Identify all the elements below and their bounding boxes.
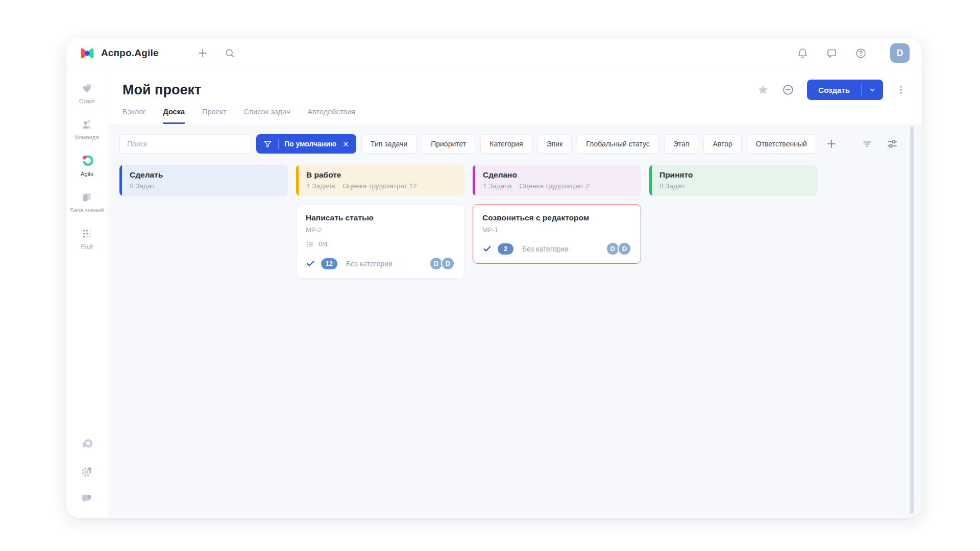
column-task-count: 1 Задача — [306, 182, 335, 190]
column-estimate: Оценка трудозатрат 12 — [343, 182, 417, 190]
column-task-count: 0 Задач — [130, 182, 155, 190]
column-title: Сделать — [130, 170, 280, 180]
star-icon — [757, 84, 769, 96]
close-icon[interactable] — [342, 140, 350, 148]
kanban-board: Сделать 0 Задач В работе 1 Задача Оценка… — [119, 165, 910, 279]
sort-button[interactable] — [862, 138, 873, 149]
column-in-progress: В работе 1 Задача Оценка трудозатрат 12 … — [296, 165, 464, 279]
check-icon — [482, 244, 492, 254]
sidebar: Старт Команда Agile — [66, 68, 108, 518]
filter-assignee[interactable]: Ответственный — [747, 134, 816, 154]
help-button[interactable] — [855, 47, 867, 59]
filter-priority[interactable]: Приоритет — [422, 134, 475, 154]
column-accent-bar — [473, 165, 475, 196]
sidebar-item-label: Agile — [81, 170, 94, 178]
knowledge-base-icon — [80, 191, 94, 204]
bell-icon — [797, 47, 808, 59]
sidebar-item-start[interactable]: Старт — [79, 82, 95, 105]
create-dropdown-toggle[interactable] — [862, 80, 883, 100]
column-header[interactable]: Сделать 0 Задач — [119, 165, 288, 196]
chevron-down-icon — [868, 85, 877, 94]
tab-project[interactable]: Проект — [202, 108, 227, 124]
column-header[interactable]: В работе 1 Задача Оценка трудозатрат 12 — [296, 165, 464, 196]
column-title: Сделано — [483, 170, 633, 180]
more-grid-icon — [80, 227, 94, 240]
view-tabs: Бэклог Доска Проект Список задач Автодей… — [122, 108, 906, 124]
feedback-button[interactable] — [80, 492, 94, 505]
filter-category[interactable]: Категория — [480, 134, 532, 154]
task-assignees: D D — [606, 242, 631, 256]
gear-icon — [80, 465, 94, 478]
checklist-progress: 0/4 — [318, 240, 328, 248]
task-key: MP-1 — [482, 226, 631, 234]
task-assignees: D D — [429, 257, 455, 270]
task-card[interactable]: Написать статью MP-2 0/4 — [296, 204, 464, 279]
task-category: Без категории — [522, 245, 569, 253]
sidebar-item-more[interactable]: Ещё — [80, 227, 94, 251]
start-icon — [80, 82, 94, 95]
search-icon — [224, 47, 235, 59]
add-filter-button[interactable] — [825, 138, 838, 150]
help-icon — [855, 47, 867, 59]
sidebar-item-label: Старт — [79, 97, 95, 105]
board-content: По умолчанию Тип задачи Приоритет Катего… — [108, 124, 922, 518]
active-filter-label: По умолчанию — [284, 140, 336, 148]
assignee-avatar[interactable]: D — [441, 257, 455, 270]
active-filter-chip[interactable]: По умолчанию — [256, 134, 356, 154]
task-title: Написать статью — [306, 213, 455, 222]
create-button-label[interactable]: Создать — [807, 80, 861, 100]
plus-icon — [197, 47, 209, 59]
column-header[interactable]: Принято 0 Задач — [649, 165, 818, 196]
app-logo-icon — [80, 46, 95, 60]
column-task-count: 1 Задача — [483, 182, 512, 190]
messages-button[interactable] — [826, 47, 838, 59]
sidebar-item-label: Команда — [75, 134, 99, 141]
column-header[interactable]: Сделано 1 Задача Оценка трудозатрат 2 — [473, 165, 641, 196]
filter-author[interactable]: Автор — [703, 134, 741, 154]
chat-icon — [826, 47, 838, 59]
column-accepted: Принято 0 Задач — [649, 165, 818, 196]
column-title: Принято — [659, 170, 810, 180]
filter-toolbar: По умолчанию Тип задачи Приоритет Катего… — [119, 134, 910, 154]
assignee-avatar[interactable]: D — [618, 242, 631, 256]
aspro-logo-icon — [80, 438, 94, 451]
search-input[interactable] — [119, 134, 251, 154]
column-estimate: Оценка трудозатрат 2 — [520, 182, 590, 190]
copy-link-button[interactable] — [781, 83, 795, 96]
link-icon — [781, 83, 795, 96]
tab-backlog[interactable]: Бэклог — [122, 108, 145, 124]
aspro-products-button[interactable] — [80, 438, 94, 451]
column-title: В работе — [306, 170, 456, 180]
filter-task-type[interactable]: Тип задачи — [361, 134, 416, 154]
tab-board[interactable]: Доска — [163, 108, 185, 124]
app-window: Аспро.Agile D — [66, 38, 922, 518]
vertical-scrollbar[interactable] — [910, 126, 914, 514]
tab-task-list[interactable]: Список задач — [244, 108, 290, 124]
column-accent-bar — [649, 165, 652, 196]
task-key: MP-2 — [306, 226, 455, 234]
column-accent-bar — [119, 165, 122, 196]
global-search-button[interactable] — [224, 47, 235, 59]
board-settings-button[interactable] — [886, 138, 898, 150]
brand[interactable]: Аспро.Agile — [80, 46, 159, 60]
tab-automations[interactable]: Автодействия — [307, 108, 355, 124]
settings-button[interactable] — [80, 465, 94, 478]
sidebar-item-agile[interactable]: Agile — [80, 154, 94, 178]
create-button[interactable]: Создать — [807, 80, 883, 100]
quick-add-button[interactable] — [197, 47, 209, 59]
filter-epic[interactable]: Эпик — [537, 134, 572, 154]
column-accent-bar — [296, 165, 299, 196]
filter-global-status[interactable]: Глобальный статус — [577, 134, 659, 154]
more-options-button[interactable] — [895, 84, 906, 95]
checklist-icon — [306, 240, 314, 248]
agile-icon — [80, 154, 94, 168]
user-avatar[interactable]: D — [890, 43, 910, 63]
task-category: Без категории — [346, 260, 393, 268]
sidebar-item-team[interactable]: Команда — [75, 118, 99, 141]
notifications-button[interactable] — [797, 47, 808, 59]
favorite-star-button[interactable] — [757, 84, 769, 96]
page-title: Мой проект — [122, 82, 201, 98]
task-card[interactable]: Созвониться с редактором MP-1 2 Без кате… — [473, 204, 641, 264]
filter-stage[interactable]: Этап — [664, 134, 699, 154]
sidebar-item-knowledge-base[interactable]: База знаний — [70, 191, 104, 214]
